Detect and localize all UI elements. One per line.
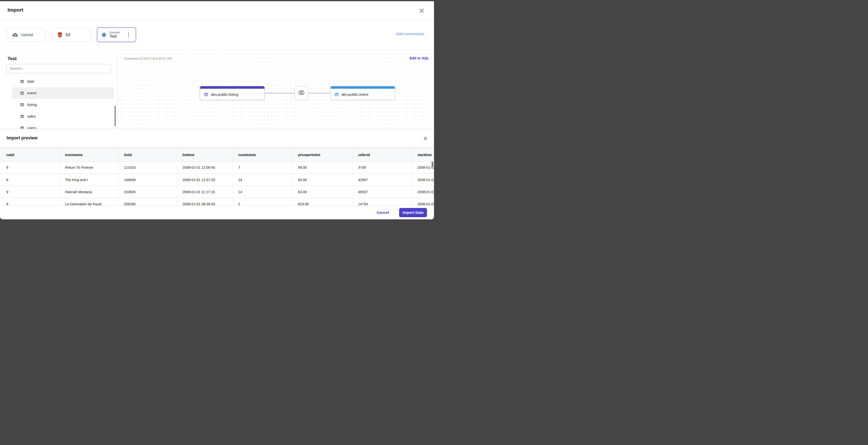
column-header-eventname: eventname (60, 148, 118, 162)
join-node[interactable] (294, 86, 308, 100)
table-icon (20, 126, 24, 129)
table-scrollbar[interactable] (432, 162, 433, 167)
sidebar-item-users[interactable]: users (12, 122, 114, 129)
table-cell: Hannah Montana (60, 186, 118, 198)
page-title: Import (7, 7, 23, 13)
sidebar-item-label: event (27, 91, 36, 95)
table-cell: 3709 (352, 162, 412, 174)
modal-footer: Cancel Import Data (0, 205, 434, 219)
collapse-chevrons-icon[interactable] (423, 136, 428, 142)
column-header-catid: catid (0, 148, 60, 162)
edit-in-sql-link[interactable]: Edit in SQL (409, 56, 429, 60)
table-cell: 9 (0, 186, 60, 198)
node-accent-bar (200, 86, 265, 89)
join-connector-line (308, 93, 330, 94)
sidebar-item-sales[interactable]: sales (12, 111, 114, 122)
table-cell: 2008-01-01 12:37:20 (177, 174, 233, 186)
column-header-listtime: listtime (177, 148, 233, 162)
column-header-priceperticket: priceperticket (292, 148, 352, 162)
s3-label: S3 (65, 33, 70, 37)
table-cell: 63.00 (292, 186, 352, 198)
connection-title: Test (7, 56, 17, 61)
cancel-button[interactable]: Cancel (377, 210, 389, 215)
node-label: dev.public.listing (211, 92, 238, 97)
preview-table: catideventnamelistidlisttimenumticketspr… (0, 147, 434, 210)
sidebar-item-label: listing (27, 102, 37, 107)
import-dialog-screen: Import Upload S3 (0, 0, 434, 222)
column-header-listid: listid (118, 148, 177, 162)
table-cell: 2008-01-01 12:09:40 (177, 162, 233, 174)
import-modal: Import Upload S3 (0, 1, 434, 219)
table-cell: 2008-01-01 11:17:16 (177, 186, 233, 198)
table-cell: 146839 (118, 174, 177, 186)
table-cell: 2008-01-01 1 (412, 174, 434, 186)
table-cell: 7 (233, 162, 292, 174)
column-header-sellerid: sellerid (352, 148, 412, 162)
table-cell: 49537 (352, 186, 412, 198)
table-cell: 9 (0, 162, 60, 174)
table-row: 9Hannah Montana1538352008-01-01 11:17:16… (0, 186, 434, 198)
node-label: dev.public.event (341, 92, 368, 97)
table-cell: 153835 (118, 186, 177, 198)
cloud-upload-icon (12, 32, 18, 38)
table-row: 9Return To Forever1216102008-01-01 12:09… (0, 162, 434, 174)
table-icon (335, 92, 339, 97)
schema-sidebar: Test dateeventlistingsalesusers (0, 51, 118, 129)
table-cell: 2008-01-01 1 (412, 186, 434, 198)
sidebar-item-date[interactable]: date (12, 76, 114, 87)
main-split: Test dateeventlistingsalesusers Autosave… (0, 50, 434, 129)
table-cell: 14 (233, 186, 292, 198)
import-data-button[interactable]: Import Data (399, 208, 427, 217)
sidebar-item-label: date (27, 79, 34, 84)
node-accent-bar (331, 86, 395, 89)
table-cell: 2008-01-01 1 (412, 162, 434, 174)
sidebar-item-label: users (27, 126, 36, 129)
redshift-connection-card[interactable]: Redshift Test (97, 27, 136, 42)
column-header-numtickets: numtickets (233, 148, 292, 162)
table-cell: The King and I (60, 174, 118, 186)
table-cell: 121610 (118, 162, 177, 174)
connection-sources-row: Upload S3 Redshift Test (0, 20, 434, 50)
redshift-type-label: Redshift (110, 31, 120, 34)
table-icon (20, 103, 24, 107)
upload-source-button[interactable]: Upload (6, 28, 45, 42)
table-list: dateeventlistingsalesusers (12, 76, 114, 129)
venn-join-icon (298, 89, 305, 97)
s3-bucket-icon (57, 32, 62, 38)
redshift-icon (101, 32, 107, 38)
table-cell: 24 (233, 174, 292, 186)
preview-header-row: catideventnamelistidlisttimenumticketspr… (0, 148, 434, 162)
table-cell: 42967 (352, 174, 412, 186)
close-icon[interactable] (419, 8, 424, 13)
table-cell: Return To Forever (60, 162, 118, 174)
sidebar-item-listing[interactable]: listing (12, 99, 114, 111)
table-node-listing[interactable]: dev.public.listing (200, 86, 265, 100)
add-connection-link[interactable]: Add connection (396, 32, 424, 36)
join-connector-line (265, 93, 294, 94)
sidebar-item-event[interactable]: event (12, 87, 114, 99)
table-cell: 6 (0, 174, 60, 186)
table-cell: 93.00 (292, 174, 352, 186)
redshift-connection-name: Test (110, 34, 120, 38)
import-preview-title: Import preview (6, 136, 37, 141)
table-icon (20, 114, 24, 119)
table-node-event[interactable]: dev.public.event (330, 86, 395, 100)
modal-header: Import (0, 1, 434, 20)
join-canvas[interactable]: Autosaved 11/18/21 at 8:30:37 AM Edit in… (118, 51, 434, 129)
autosave-status: Autosaved 11/18/21 at 8:30:37 AM (124, 57, 172, 60)
sidebar-item-label: sales (27, 114, 36, 119)
kebab-menu-icon[interactable] (127, 32, 130, 37)
table-icon (204, 92, 208, 97)
s3-source-button[interactable]: S3 (51, 28, 91, 42)
table-row: 6The King and I1468392008-01-01 12:37:20… (0, 174, 434, 186)
column-header-starttime: starttime (412, 148, 434, 162)
search-input[interactable] (6, 64, 111, 73)
upload-label: Upload (21, 33, 33, 37)
table-icon (20, 80, 24, 84)
table-cell: 99.00 (292, 162, 352, 174)
sidebar-scrollbar[interactable] (115, 106, 116, 126)
table-icon (20, 91, 24, 95)
